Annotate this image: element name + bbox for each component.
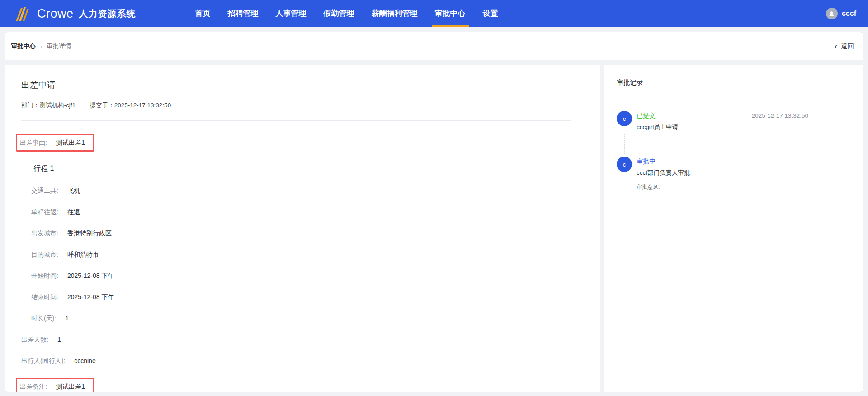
remark-highlight-annotation: 出差备注:测试出差1 (16, 378, 94, 392)
department-meta: 部门：测试机构-cjf1 (21, 102, 75, 109)
back-button[interactable]: ‹ 返回 (835, 42, 854, 51)
field-row-transport: 交通工具:飞机 (31, 186, 582, 195)
timeline-item-submitted: c 已提交 2025-12-17 13:32:50 cccgirl员工申请 (617, 111, 808, 131)
field-row-roundtrip: 单程往返:往返 (31, 208, 582, 216)
brand-suffix: 人力资源系统 (79, 8, 136, 20)
nav-item-payroll[interactable]: 薪酬福利管理 (363, 0, 426, 27)
timeline-item-pending: c 审批中 cccf部门负责人审批 审批意见: (617, 157, 808, 191)
field-row-destination-city: 目的城市:呼和浩特市 (31, 250, 582, 258)
nav-menu: 首页 招聘管理 人事管理 假勤管理 薪酬福利管理 审批中心 设置 (187, 0, 507, 27)
breadcrumb-separator-icon: › (40, 43, 42, 50)
approval-records-title: 审批记录 (617, 78, 852, 87)
trip-rows: 交通工具:飞机 单程往返:往返 出发城市:香港特别行政区 目的城市:呼和浩特市 … (21, 186, 582, 322)
submitted-meta: 提交于：2025-12-17 13:32:50 (90, 102, 171, 109)
record-description: cccgirl员工申请 (637, 123, 808, 131)
crowe-logo-icon (15, 5, 32, 23)
nav-item-recruit[interactable]: 招聘管理 (219, 0, 267, 27)
field-row-departure-city: 出发城市:香港特别行政区 (31, 229, 582, 237)
breadcrumb-bar: 审批中心 › 审批详情 ‹ 返回 (5, 32, 863, 60)
nav-item-approval-center[interactable]: 审批中心 (426, 0, 474, 27)
brand-name: Crowe (37, 7, 74, 21)
avatar: c (617, 111, 632, 126)
timeline-connector (624, 134, 625, 154)
field-label: 出差事由: (20, 139, 47, 146)
user-avatar-icon[interactable] (826, 8, 838, 19)
top-nav-bar: Crowe 人力资源系统 首页 招聘管理 人事管理 假勤管理 薪酬福利管理 审批… (0, 0, 868, 27)
section-gap (5, 60, 863, 65)
field-row-duration-days: 时长(天):1 (31, 314, 582, 322)
approval-comment-label: 审批意见: (637, 183, 808, 191)
record-description: cccf部门负责人审批 (637, 169, 808, 177)
field-row-end-time: 结束时间:2025-12-08 下午 (31, 293, 582, 301)
breadcrumb-root[interactable]: 审批中心 (11, 42, 36, 50)
timestamp: 2025-12-17 13:32:50 (752, 112, 808, 119)
field-row-reason: 出差事由:测试出差1 (21, 134, 582, 152)
username-label[interactable]: cccf (842, 10, 856, 18)
nav-item-settings[interactable]: 设置 (474, 0, 507, 27)
brand: Crowe 人力资源系统 (15, 5, 136, 23)
page-title: 出差申请 (21, 79, 582, 91)
field-row-start-time: 开始时间:2025-12-08 下午 (31, 272, 582, 280)
trip-heading: 行程 1 (33, 164, 582, 173)
page-container: 审批中心 › 审批详情 ‹ 返回 出差申请 部门：测试机构-cjf1 提交于：2… (5, 32, 863, 392)
field-label: 出差备注: (20, 383, 47, 390)
reason-highlight-annotation: 出差事由:测试出差1 (16, 134, 94, 152)
field-value: 测试出差1 (56, 383, 85, 390)
field-row-remark: 出差备注:测试出差1 (21, 378, 582, 392)
nav-user-area[interactable]: cccf (826, 8, 856, 19)
doc-meta: 部门：测试机构-cjf1 提交于：2025-12-17 13:32:50 (21, 101, 582, 110)
status-badge: 已提交 (637, 112, 656, 120)
field-row-travelers: 出行人(同行人):cccnine (21, 357, 582, 365)
nav-item-home[interactable]: 首页 (187, 0, 219, 27)
approval-records-panel: 审批记录 c 已提交 2025-12-17 13:32:50 cccgirl员工… (604, 65, 863, 392)
panel-gap (600, 65, 604, 392)
chevron-left-icon: ‹ (835, 42, 837, 50)
field-row-total-days: 出差天数:1 (21, 335, 582, 344)
content-area: 出差申请 部门：测试机构-cjf1 提交于：2025-12-17 13:32:5… (5, 65, 863, 392)
avatar: c (617, 157, 632, 172)
status-badge: 审批中 (637, 157, 656, 166)
back-button-label: 返回 (841, 42, 854, 51)
trip-detail-panel: 出差申请 部门：测试机构-cjf1 提交于：2025-12-17 13:32:5… (5, 65, 600, 392)
approval-timeline: c 已提交 2025-12-17 13:32:50 cccgirl员工申请 c (617, 111, 808, 191)
nav-item-attendance[interactable]: 假勤管理 (315, 0, 363, 27)
nav-item-personnel[interactable]: 人事管理 (267, 0, 315, 27)
divider (21, 120, 571, 121)
divider (617, 96, 852, 96)
field-value: 测试出差1 (56, 139, 85, 146)
breadcrumb-current: 审批详情 (47, 42, 71, 50)
